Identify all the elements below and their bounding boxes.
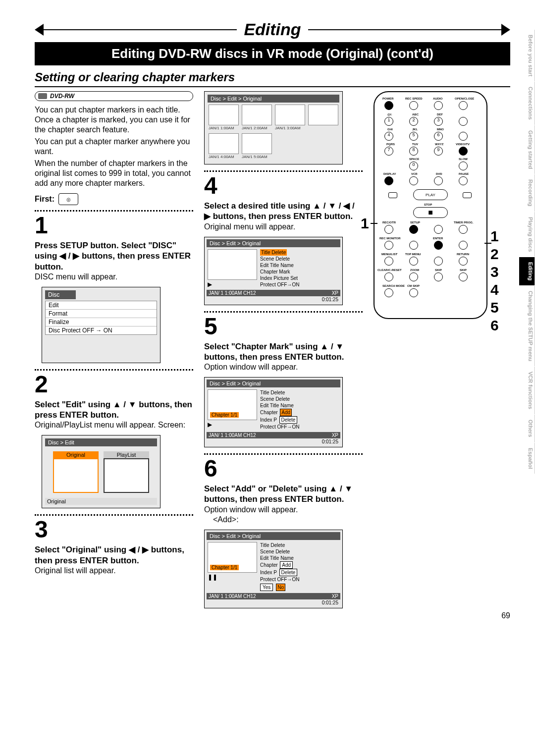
step-6-sub: <Add>:: [213, 515, 363, 525]
thumb-cap: JAN/1 2:00AM: [242, 126, 272, 130]
timer-button[interactable]: [459, 225, 468, 234]
edit-menu: Title Delete Scene Delete Edit Title Nam…: [260, 542, 339, 591]
left-button[interactable]: [409, 241, 418, 250]
header-line: [42, 29, 237, 30]
key-6-button[interactable]: 6: [434, 132, 443, 141]
step-2-number: 2: [35, 373, 193, 396]
vcr-button[interactable]: [409, 176, 418, 185]
first-label: First:: [35, 195, 54, 204]
menu-item: Edit Title Name: [260, 555, 339, 561]
remote-label: REC/OTR: [382, 221, 396, 224]
skip-fwd-button[interactable]: [459, 272, 468, 281]
key-9-button[interactable]: 9: [434, 147, 443, 156]
tab-getting-started[interactable]: Getting started: [519, 125, 535, 174]
ch-down-button[interactable]: [459, 132, 468, 141]
menu-item: Scene Delete: [260, 256, 339, 262]
key-2-button[interactable]: 2: [409, 117, 418, 126]
menu-item: Scene Delete: [260, 548, 339, 555]
disc-menu-header: Disc: [45, 290, 76, 299]
next-button[interactable]: [463, 192, 472, 198]
step-3-bold: Select "Original" using ◀ / ▶ buttons, t…: [35, 544, 193, 566]
dvd-button[interactable]: [434, 176, 443, 185]
dot-rule: [204, 453, 363, 455]
remote-label: POWER: [382, 97, 394, 100]
dot-rule: [204, 311, 363, 313]
foot-left: JAN/ 1 1:00AM CH12: [209, 290, 256, 296]
tab-changing-the-setup-menu[interactable]: Changing the SETUP menu: [519, 286, 535, 366]
video-tv-button[interactable]: [459, 147, 468, 156]
tab-recording[interactable]: Recording: [519, 174, 535, 211]
menu-item: Index Picture Set: [260, 275, 339, 281]
callout-line: [484, 243, 491, 244]
tab-vcr-functions[interactable]: VCR functions: [519, 367, 535, 414]
page-title: Editing: [237, 20, 308, 39]
search-mode-button[interactable]: [384, 288, 393, 297]
thumbnail-icon: [275, 105, 305, 125]
play-button[interactable]: PLAY: [413, 189, 448, 200]
audio-button[interactable]: [434, 101, 443, 110]
tab-others[interactable]: Others: [519, 415, 535, 442]
breadcrumb-bar: Disc > Edit > Original: [207, 379, 340, 387]
tab-editing[interactable]: Editing: [519, 257, 535, 285]
down-button[interactable]: [434, 257, 443, 266]
ch-up-button[interactable]: [459, 117, 468, 126]
right-button[interactable]: [459, 241, 468, 250]
remote-label: ENTER: [433, 237, 443, 240]
edit-menu: Title Delete Scene Delete Edit Title Nam…: [260, 249, 339, 288]
key-1-button[interactable]: 1: [384, 117, 393, 126]
remote-label: REC SPEED: [405, 97, 423, 100]
tab-playing-discs[interactable]: Playing discs: [519, 212, 535, 257]
up-button[interactable]: [434, 225, 443, 234]
skip-back-button[interactable]: [434, 272, 443, 281]
cm-skip-button[interactable]: [409, 288, 418, 297]
stop-button[interactable]: ■: [413, 207, 448, 218]
step-6-bold: Select "Add" or "Delete" using ▲ / ▼ but…: [204, 484, 363, 505]
page-rule: Editing: [35, 20, 510, 39]
thumbnail-icon: [208, 249, 257, 280]
tab-espa-ol[interactable]: Español: [519, 443, 535, 474]
remote-label: RETURN: [457, 253, 469, 256]
side-num: 3: [490, 265, 499, 279]
zoom-button[interactable]: [409, 272, 418, 281]
key-0-button[interactable]: 0: [409, 162, 418, 170]
key-3-button[interactable]: 3: [434, 117, 443, 126]
key-5-button[interactable]: 5: [409, 132, 418, 141]
power-button[interactable]: [384, 101, 393, 110]
step-1-number: 1: [35, 214, 193, 237]
remote-label: SLOW: [459, 158, 468, 161]
step-6-note: Option window will appear.: [204, 505, 363, 515]
dvd-rw-badge: DVD-RW: [35, 91, 193, 101]
rec-monitor-button[interactable]: [384, 241, 393, 250]
callout-line: [371, 223, 377, 224]
slow-button[interactable]: [459, 162, 468, 170]
top-menu-button[interactable]: [409, 257, 418, 266]
tab-before-you-start[interactable]: Before you start: [519, 30, 535, 81]
step-4-bold: Select a desired title using ▲ / ▼ / ◀ /…: [204, 201, 363, 222]
disc-menu-screen: Disc Edit Format Finalize Disc Protect O…: [42, 287, 160, 363]
dot-rule: [204, 170, 363, 172]
clear-button[interactable]: [384, 272, 393, 281]
remote-label: TUV: [412, 143, 418, 146]
setup-button[interactable]: [409, 225, 418, 234]
key-8-button[interactable]: 8: [409, 147, 418, 156]
key-7-button[interactable]: 7: [384, 147, 393, 156]
return-button[interactable]: [459, 257, 468, 266]
enter-button[interactable]: [434, 241, 443, 250]
step-2-bold: Select "Edit" using ▲ / ▼ buttons, then …: [35, 399, 193, 421]
menu-list-button[interactable]: [384, 257, 393, 266]
rec-button[interactable]: [384, 225, 393, 234]
pause-button[interactable]: [459, 176, 468, 185]
step-5-number: 5: [204, 315, 363, 338]
step-5-note: Option window will appear.: [204, 362, 363, 372]
edit-menu: Title Delete Scene Delete Edit Title Nam…: [260, 389, 339, 430]
thumbnail-icon: Chapter 1/1: [208, 389, 257, 420]
open-close-button[interactable]: [459, 101, 468, 110]
prev-button[interactable]: [388, 192, 397, 198]
remote-label: GHI: [387, 128, 393, 131]
tab-connections[interactable]: Connections: [519, 82, 535, 125]
key-4-button[interactable]: 4: [384, 132, 393, 141]
display-button[interactable]: [384, 176, 393, 185]
disc-menu-item: Edit: [46, 301, 157, 310]
remote-label: @/:: [387, 113, 392, 116]
rec-speed-button[interactable]: [409, 101, 418, 110]
